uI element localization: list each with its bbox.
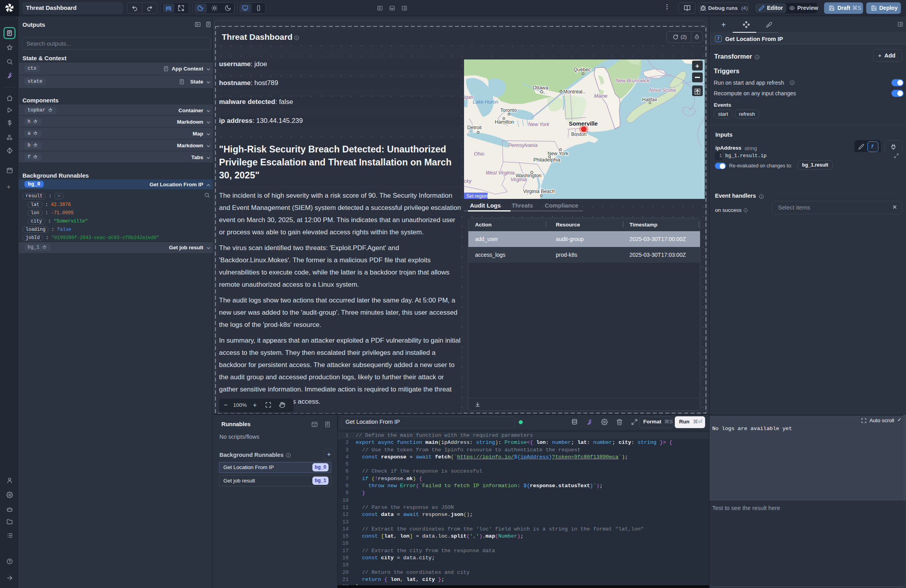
svg-text:Hamilton: Hamilton [495,119,514,125]
svg-text:Nova Scotia: Nova Scotia [649,87,676,93]
svg-text:Ohio: Ohio [474,151,484,157]
svg-text:Set region: Set region [466,193,488,199]
svg-text:Virginia Beach: Virginia Beach [523,189,555,194]
svg-text:Toronto: Toronto [500,108,517,113]
svg-text:Lake Huron: Lake Huron [473,99,498,105]
svg-text:Boston: Boston [571,132,587,137]
svg-text:Montréal: Montréal [563,89,583,95]
svg-text:Virginia: Virginia [511,177,527,182]
svg-text:New York: New York [548,151,569,156]
svg-text:cky: cky [464,178,472,184]
svg-text:+: + [695,62,699,70]
svg-text:New York: New York [528,122,550,127]
svg-text:Philadelphia: Philadelphia [533,157,560,163]
svg-text:Pennsylvania: Pennsylvania [508,143,537,148]
svg-text:igan: igan [464,95,473,100]
svg-text:New Brunswick: New Brunswick [616,78,650,83]
svg-text:Maine: Maine [594,93,607,99]
svg-text:Ottawa: Ottawa [533,85,548,91]
svg-text:Detroit: Detroit [467,125,482,130]
svg-text:Québec: Québec [574,67,591,72]
svg-text:Somerville: Somerville [569,121,598,127]
svg-text:West Virginia: West Virginia [486,170,514,176]
